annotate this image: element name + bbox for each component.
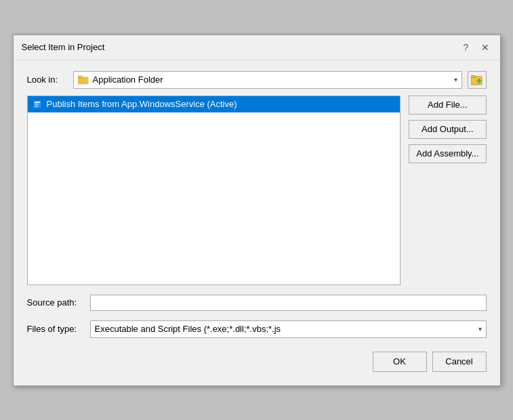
add-file-button[interactable]: Add File...	[409, 96, 486, 114]
look-in-dropdown[interactable]: Application Folder ▾	[73, 71, 462, 89]
svg-rect-3	[79, 76, 82, 78]
svg-rect-11	[35, 106, 38, 107]
svg-rect-5	[471, 75, 475, 77]
title-bar-left: Select Item in Project	[22, 42, 105, 52]
title-bar: Select Item in Project ? ✕	[14, 35, 500, 60]
look-in-row: Look in: Application Folder ▾	[27, 71, 487, 89]
bottom-buttons: OK Cancel	[27, 352, 487, 372]
folder-icon	[78, 75, 89, 85]
add-assembly-button[interactable]: Add Assembly...	[409, 144, 486, 163]
add-output-button[interactable]: Add Output...	[409, 120, 486, 139]
new-folder-icon	[471, 75, 483, 85]
select-item-dialog: Select Item in Project ? ✕ Look in: Appl…	[13, 35, 501, 386]
look-in-label: Look in:	[27, 75, 68, 85]
files-of-type-label: Files of type:	[27, 324, 85, 334]
publish-icon	[33, 100, 42, 109]
file-list[interactable]: Publish Items from App.WindowsService (A…	[27, 96, 401, 285]
files-of-type-arrow: ▾	[478, 325, 482, 333]
help-button[interactable]: ?	[459, 41, 473, 54]
close-button[interactable]: ✕	[478, 41, 492, 54]
dialog-body: Look in: Application Folder ▾	[14, 60, 500, 385]
source-path-input[interactable]	[90, 295, 487, 311]
svg-rect-10	[35, 104, 39, 105]
source-path-row: Source path:	[27, 295, 487, 311]
files-of-type-dropdown[interactable]: Executable and Script Files (*.exe;*.dll…	[90, 320, 487, 338]
file-list-item[interactable]: Publish Items from App.WindowsService (A…	[28, 96, 401, 112]
dialog-title: Select Item in Project	[22, 42, 105, 52]
side-buttons: Add File... Add Output... Add Assembly..…	[409, 96, 486, 285]
item-icon	[32, 99, 43, 110]
look-in-arrow: ▾	[454, 76, 457, 83]
files-of-type-row: Files of type: Executable and Script Fil…	[27, 320, 487, 338]
source-path-label: Source path:	[27, 297, 85, 308]
file-list-item-label: Publish Items from App.WindowsService (A…	[47, 99, 237, 109]
main-area: Publish Items from App.WindowsService (A…	[27, 96, 487, 285]
title-actions: ? ✕	[459, 41, 492, 54]
ok-button[interactable]: OK	[373, 352, 427, 372]
cancel-button[interactable]: Cancel	[432, 352, 487, 372]
files-of-type-value: Executable and Script Files (*.exe;*.dll…	[95, 324, 281, 334]
svg-rect-9	[35, 102, 40, 103]
look-in-select-inner: Application Folder	[78, 75, 454, 85]
svg-rect-2	[78, 78, 88, 84]
look-in-value: Application Folder	[93, 75, 163, 85]
new-folder-button[interactable]	[468, 71, 487, 89]
